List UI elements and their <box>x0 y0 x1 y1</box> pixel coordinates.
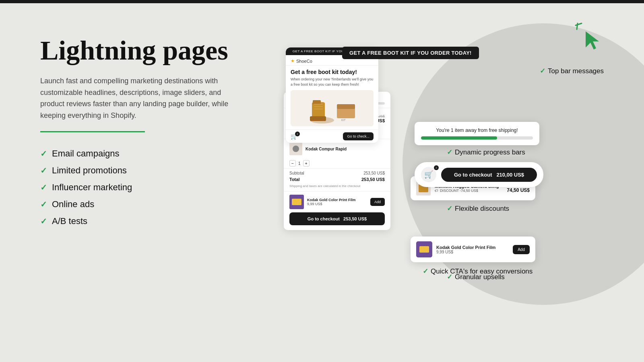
checkout-cta-amount: 210,00 US$ <box>496 172 524 178</box>
qty-decrease-2[interactable]: − <box>289 160 296 167</box>
check-icon-promotions: ✓ <box>40 166 47 175</box>
feature-label-influencer: Influencer marketing <box>52 182 132 193</box>
go-to-checkout-main-button[interactable]: Go to checkout 253,50 US$ <box>289 212 385 225</box>
cart-actions-bar: 🛒 2 Go to check... <box>286 130 378 143</box>
check-icon-topbar: ✓ <box>540 67 545 75</box>
boot-illustration: KIT <box>304 92 360 124</box>
top-bar-label-text: Top bar messages <box>548 67 604 75</box>
upsell-thumb-inline <box>289 195 304 209</box>
flexible-discounts-text: Flexible discounts <box>455 205 509 213</box>
left-panel: Lightning pages Launch fast and compelli… <box>0 3 262 362</box>
dynamic-progress-text: Dynamic progress bars <box>455 148 525 156</box>
discount-tag-text: DISCOUNT -74,50 US$ <box>440 189 478 193</box>
cart-promo-title: Get a free boot kit today! <box>286 66 378 77</box>
svg-point-16 <box>293 146 299 152</box>
page-description: Launch fast and compelling marketing des… <box>40 75 237 121</box>
upsell-item-row: Kodak Gold Color Print Film 9,99 US$ Add <box>416 241 530 257</box>
checkout-cta-label: Go to checkout <box>454 172 492 178</box>
feature-label-promotions: Limited promotions <box>52 165 127 176</box>
check-icon-discounts: ✓ <box>447 204 452 213</box>
feature-item-email: ✓ Email campaigns <box>40 148 237 159</box>
feature-item-promotions: ✓ Limited promotions <box>40 165 237 176</box>
feature-label-ads: Online ads <box>52 199 94 210</box>
svg-rect-11 <box>337 104 355 109</box>
svg-marker-2 <box>586 31 599 49</box>
cart-promo-desc: When ordering your new Timberlands we'll… <box>286 77 378 90</box>
subtotal-value: 253,50 US$ <box>363 171 385 175</box>
feature-item-ab: ✓ A/B tests <box>40 216 237 226</box>
svg-text:KIT: KIT <box>341 119 346 121</box>
go-to-checkout-cta-button[interactable]: Go to checkout 210,00 US$ <box>441 168 537 182</box>
upsell-item-img <box>416 241 432 257</box>
upsell-item-price: 9,99 US$ <box>436 250 509 254</box>
upsell-item-name: Kodak Gold Color Print Film <box>436 245 509 250</box>
cart-card-small: GET A FREE BOOT KIT IF YOU ORDER TODAY! … <box>286 47 378 143</box>
check-icon-ab: ✓ <box>40 216 47 226</box>
quick-cta-label: ✓ Quick CTA's for easy conversions <box>423 267 533 276</box>
check-icon-email: ✓ <box>40 149 47 158</box>
upsell-price-inline: 9,99 US$ <box>307 202 367 206</box>
check-icon-cta: ✓ <box>423 267 428 276</box>
cart-total-row: Total 253,50 US$ <box>284 176 390 183</box>
subtotal-label: Subtotal <box>289 171 304 175</box>
cart-subtotal-row: Subtotal 253,50 US$ <box>284 168 390 176</box>
upsell-add-button-inline[interactable]: Add <box>370 198 385 206</box>
upsells-card: Kodak Gold Color Print Film 9,99 US$ Add <box>411 237 535 262</box>
store-name: ShoeCo <box>296 59 312 64</box>
qty-control-2: − 1 + <box>284 158 390 168</box>
qty-value-2: 1 <box>298 161 301 166</box>
checkout-cta-area: 🛒 2 Go to checkout 210,00 US$ ✓ Quick CT… <box>419 264 533 276</box>
right-panel: GET A FREE BOOT KIT IF YOU ORDER TODAY! … <box>262 3 644 362</box>
checkout-cart-icon: 🛒 2 <box>421 167 436 182</box>
upsell-name-inline: Kodak Gold Color Print Film <box>307 198 367 202</box>
discount-new-price: 74,50 US$ <box>507 187 530 193</box>
total-label: Total <box>289 177 299 182</box>
free-shipping-text: You're 1 item away from free shipping! <box>421 128 533 133</box>
cursor-decoration <box>574 21 602 55</box>
progress-bar-fill-lg <box>421 136 497 140</box>
upsell-section-inline: Kodak Gold Color Print Film 9,99 US$ Add <box>284 191 390 212</box>
top-bar-message-text: GET A FREE BOOT KIT IF YOU ORDER TODAY! <box>349 50 472 56</box>
discount-tag: 🏷 DISCOUNT -74,50 US$ <box>435 189 503 193</box>
free-shipping-card: You're 1 item away from free shipping! <box>415 122 539 145</box>
progress-bar-track-lg <box>421 136 533 140</box>
top-bar-message-card: GET A FREE BOOT KIT IF YOU ORDER TODAY! <box>342 47 479 59</box>
checkout-btn-amount: 253,50 US$ <box>343 216 367 221</box>
feature-label-email: Email campaigns <box>52 148 120 159</box>
top-bar-label: ✓ Top bar messages <box>540 67 604 75</box>
discount-tag-icon: 🏷 <box>435 189 438 193</box>
check-icon-ads: ✓ <box>40 200 47 209</box>
cart-icon-small: 🛒 2 <box>291 133 297 140</box>
shipping-note: Shipping and taxes are calculated in the… <box>284 183 390 191</box>
divider-line <box>40 131 145 132</box>
item-info-2: Kodak Compur Rapid <box>305 146 385 152</box>
upsell-info-inline: Kodak Gold Color Print Film 9,99 US$ <box>307 198 367 206</box>
check-icon-influencer: ✓ <box>40 183 47 192</box>
go-to-checkout-small-button[interactable]: Go to check... <box>343 132 374 140</box>
item-name-2: Kodak Compur Rapid <box>305 146 385 152</box>
svg-rect-18 <box>292 199 301 205</box>
total-value: 253,50 US$ <box>361 177 385 182</box>
svg-rect-22 <box>419 246 429 253</box>
feature-item-influencer: ✓ Influencer marketing <box>40 182 237 193</box>
item-thumb-2 <box>289 142 302 155</box>
qty-increase-2[interactable]: + <box>303 160 310 167</box>
main-content: Lightning pages Launch fast and compelli… <box>0 3 644 362</box>
check-icon-progress: ✓ <box>447 148 452 156</box>
quick-cta-text: Quick CTA's for easy conversions <box>431 267 533 276</box>
flexible-discounts-label: ✓ Flexible discounts <box>447 204 509 213</box>
checkout-cart-badge: 2 <box>434 165 439 170</box>
svg-rect-6 <box>313 100 321 104</box>
svg-rect-5 <box>310 116 326 121</box>
page-title: Lightning pages <box>40 35 237 66</box>
feature-item-ads: ✓ Online ads <box>40 199 237 210</box>
feature-list: ✓ Email campaigns ✓ Limited promotions ✓… <box>40 148 237 226</box>
upsell-item-info: Kodak Gold Color Print Film 9,99 US$ <box>436 245 509 254</box>
dynamic-progress-label: ✓ Dynamic progress bars <box>447 148 525 156</box>
top-bar <box>0 0 644 3</box>
upsell-add-button[interactable]: Add <box>513 245 530 254</box>
checkout-cta-card: 🛒 2 Go to checkout 210,00 US$ <box>415 162 543 187</box>
checkout-btn-label: Go to checkout <box>308 216 340 221</box>
svg-line-1 <box>577 23 578 29</box>
feature-label-ab: A/B tests <box>52 216 87 226</box>
